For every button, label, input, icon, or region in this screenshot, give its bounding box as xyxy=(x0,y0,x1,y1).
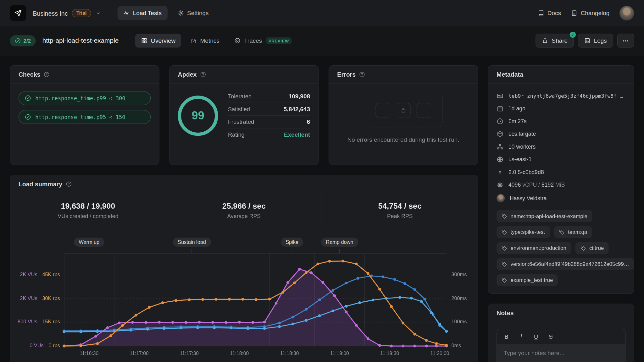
strikethrough-button[interactable]: S xyxy=(548,333,553,340)
bold-button[interactable]: B xyxy=(503,333,509,340)
apdex-row: Tolerated109,908 xyxy=(228,90,310,103)
metadata-title: Metadata xyxy=(497,71,523,78)
y-axis-label-right: 300ms xyxy=(451,272,467,277)
tag-list: name:http-api-load-test-example type:spi… xyxy=(497,210,625,286)
help-icon[interactable] xyxy=(44,71,50,78)
tag-icon xyxy=(502,213,507,219)
x-axis-tick: 11:17:30 xyxy=(173,350,206,356)
artillery-logo[interactable] xyxy=(10,5,26,21)
test-header: 2/2 http-api-load-test-example Overview … xyxy=(0,26,644,56)
meta-workers: 10 workers xyxy=(497,140,625,153)
nav-load-tests[interactable]: Load Tests xyxy=(117,6,167,20)
check-circle-icon xyxy=(25,95,31,101)
x-axis-tick: 11:18:00 xyxy=(223,350,256,356)
stat-label: VUs created / completed xyxy=(58,213,118,219)
target-icon xyxy=(234,37,241,44)
cube-icon xyxy=(497,130,503,137)
load-summary-card: Load summary 19,638 / 19,900VUs created … xyxy=(10,175,478,362)
nav-settings[interactable]: Settings xyxy=(171,6,214,20)
meta-owner: Hassy Veldstra xyxy=(497,191,625,205)
stat-vus: 19,638 / 19,900VUs created / completed xyxy=(10,193,166,227)
org-name: Business Inc xyxy=(33,10,68,17)
apdex-card: Apdex 99 Tolerated109,908 Satisfied5,842… xyxy=(169,65,319,165)
tag-chip[interactable]: type:spike-test xyxy=(497,226,550,238)
meta-value: 1d ago xyxy=(508,106,525,112)
phase-label: Spike xyxy=(280,238,303,247)
chevron-down-icon xyxy=(95,10,101,16)
org-switcher[interactable]: Business Inc Trial xyxy=(32,9,101,17)
checks-count: 2/2 xyxy=(23,38,31,44)
tab-overview-label: Overview xyxy=(151,37,175,44)
tag-chip[interactable]: ci:true xyxy=(575,242,609,254)
tab-metrics[interactable]: Metrics xyxy=(185,34,225,47)
x-axis-tick: 11:17:00 xyxy=(123,350,155,356)
docs-link[interactable]: Docs xyxy=(537,10,561,16)
apdex-row: RatingExcellent xyxy=(228,129,310,141)
meta-resources: 4096 vCPU / 8192 MiB xyxy=(497,178,625,191)
apdex-row-value: 5,842,643 xyxy=(284,106,310,112)
y-axis-label-left: 2K VUs45K rps xyxy=(10,272,60,277)
meta-value: 6m 27s xyxy=(508,118,527,124)
check-expression: http.response_time.p99 < 300 xyxy=(35,95,125,101)
clock-icon xyxy=(497,118,503,125)
tag-chip[interactable]: version:6e56af4adff9f49b288d9a472612e05c… xyxy=(497,258,634,270)
meta-value: ecs:fargate xyxy=(508,131,536,137)
workers-icon xyxy=(497,143,503,150)
underline-button[interactable]: U xyxy=(533,333,539,340)
docs-label: Docs xyxy=(547,10,561,16)
tab-traces[interactable]: Traces PREVIEW xyxy=(228,33,297,48)
y-axis-label-right: 0ms xyxy=(451,343,461,348)
meta-value: us-east-1 xyxy=(508,156,532,163)
book-icon xyxy=(537,10,544,16)
globe-icon xyxy=(497,156,503,163)
notes-card: Notes B I U S Type your notes here... xyxy=(488,304,634,362)
tag-chip[interactable]: example_test:true xyxy=(497,274,558,286)
nav-settings-label: Settings xyxy=(187,10,208,16)
apdex-row: Satisfied5,842,643 xyxy=(228,103,310,116)
id-card-icon xyxy=(497,92,503,99)
logs-label: Logs xyxy=(594,37,607,44)
x-axis-tick: 11:19:30 xyxy=(373,350,406,356)
nav-load-tests-label: Load Tests xyxy=(133,10,162,16)
y-axis-label-right: 100ms xyxy=(451,319,467,325)
gear-icon xyxy=(177,10,184,16)
stat-value: 19,638 / 19,900 xyxy=(61,201,115,211)
tag-chip[interactable]: environment:production xyxy=(497,242,571,254)
share-button[interactable]: Share ✓ xyxy=(536,34,574,47)
phase-label: Ramp down xyxy=(321,238,358,247)
help-icon[interactable] xyxy=(200,71,206,78)
check-expression: http.response_time.p95 < 150 xyxy=(35,114,125,120)
help-icon[interactable] xyxy=(66,181,72,187)
user-avatar[interactable] xyxy=(619,6,634,20)
stat-value: 25,966 / sec xyxy=(222,201,266,211)
metadata-card: Metadata teb9r_znyntj6wa7ge5j3zf46djppm3… xyxy=(488,65,634,294)
meta-value: 4096 vCPU / 8192 MiB xyxy=(508,182,565,188)
phase-label: Warm up xyxy=(74,238,104,247)
tab-overview[interactable]: Overview xyxy=(135,34,181,47)
changelog-link[interactable]: Changelog xyxy=(571,10,609,16)
tag-icon xyxy=(580,245,586,251)
notes-input[interactable]: Type your notes here... xyxy=(497,344,625,362)
italic-button[interactable]: I xyxy=(518,333,524,340)
tag-icon xyxy=(502,229,507,235)
screen: Business Inc Trial Load Tests Settings D… xyxy=(0,0,644,362)
apdex-row: Frustrated6 xyxy=(228,116,310,128)
changelog-label: Changelog xyxy=(581,10,610,16)
help-icon[interactable] xyxy=(359,71,365,78)
cpu-icon xyxy=(497,181,503,188)
thumbs-up-icon xyxy=(400,107,407,114)
meta-platform: ecs:fargate xyxy=(497,128,625,140)
more-button[interactable]: ⋯ xyxy=(617,34,634,47)
tag-chip[interactable]: name:http-api-load-test-example xyxy=(497,210,592,222)
apdex-score-ring: 99 xyxy=(178,96,218,136)
logs-button[interactable]: Logs xyxy=(578,34,613,47)
tag-chip[interactable]: team:qa xyxy=(554,226,592,238)
phase-label: Sustain load xyxy=(173,238,211,247)
load-chart[interactable]: Warm upSustain loadSpikeRamp down2K VUs4… xyxy=(10,227,478,362)
share-enabled-indicator: ✓ xyxy=(570,32,576,38)
tag-icon xyxy=(502,277,507,283)
share-icon xyxy=(542,37,548,44)
preview-badge: PREVIEW xyxy=(266,37,291,44)
chart-canvas xyxy=(10,227,478,362)
checks-status-badge: 2/2 xyxy=(10,35,36,46)
